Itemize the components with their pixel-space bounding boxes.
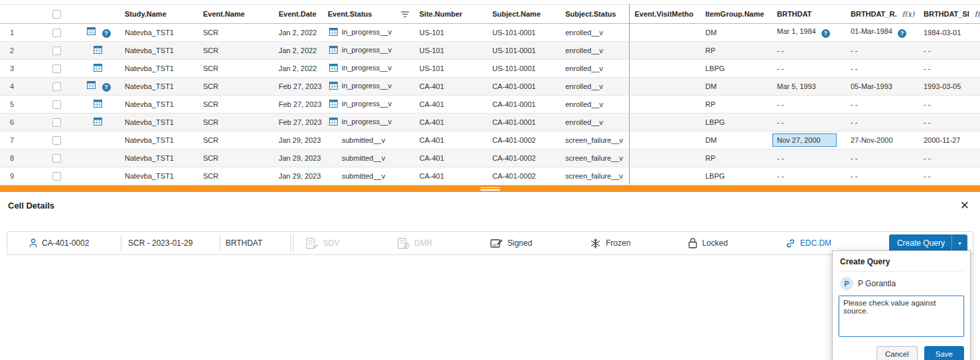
visit-method-cell[interactable]	[629, 42, 700, 60]
event-name-cell[interactable]: SCR	[198, 42, 273, 60]
frozen-status[interactable]: Frozen	[590, 238, 630, 249]
study-name-cell[interactable]: Natevba_TST1	[119, 96, 198, 114]
subject-status-cell[interactable]: enrolled__v	[560, 96, 629, 114]
col-subject-name[interactable]: Subject.Name	[487, 5, 560, 24]
col-event-status[interactable]: Event.Status	[322, 5, 414, 24]
col-site-number[interactable]: Site.Number	[414, 5, 487, 24]
item-group-cell[interactable]: DM	[700, 24, 772, 42]
event-name-cell[interactable]: SCR	[198, 132, 273, 149]
brthdat-r-cell[interactable]: - -	[845, 96, 918, 114]
brthdat-r-cell[interactable]: - -	[845, 42, 918, 60]
query-icon[interactable]: ?	[102, 29, 111, 38]
edc-dm-link[interactable]: EDC.DM	[786, 238, 831, 248]
form-icon[interactable]	[87, 81, 96, 90]
subject-name-cell[interactable]: CA-401-0001	[487, 78, 560, 96]
col-brthdat-si[interactable]: BRTHDAT_SIf(x)	[918, 5, 980, 24]
form-icon[interactable]	[94, 46, 102, 55]
subject-status-cell[interactable]: screen_failure__v	[560, 149, 629, 167]
filter-icon[interactable]	[401, 11, 409, 17]
event-status-cell[interactable]: in_progress__v	[322, 24, 414, 42]
study-name-cell[interactable]: Natevba_TST1	[119, 114, 198, 132]
row-select-cell[interactable]	[36, 114, 76, 132]
item-group-cell[interactable]: RP	[700, 42, 772, 60]
form-icon[interactable]	[329, 28, 338, 37]
event-name-cell[interactable]: SCR	[198, 149, 273, 167]
row-checkbox[interactable]	[52, 100, 61, 109]
brthdat-cell[interactable]: - -	[772, 42, 845, 60]
query-icon[interactable]: ?	[102, 83, 111, 92]
row-select-cell[interactable]	[36, 78, 76, 96]
study-name-cell[interactable]: Natevba_TST1	[119, 78, 198, 96]
event-date-cell[interactable]: Feb 27, 2023	[273, 78, 322, 96]
brthdat-r-cell[interactable]: - -	[845, 149, 918, 167]
brthdat-si-cell[interactable]: 2000-11-27	[918, 132, 980, 149]
row-checkbox[interactable]	[52, 136, 61, 145]
col-event-date[interactable]: Event.Date	[273, 5, 322, 24]
item-group-cell[interactable]: RP	[700, 149, 772, 167]
create-query-button[interactable]: Create Query ▼	[889, 234, 967, 252]
brthdat-si-cell[interactable]: - -	[918, 60, 980, 78]
row-select-cell[interactable]	[36, 132, 76, 149]
form-icon[interactable]	[94, 118, 102, 127]
site-number-cell[interactable]: CA-401	[414, 132, 487, 149]
row-icons-cell[interactable]	[76, 60, 119, 78]
brthdat-cell[interactable]: - -	[772, 114, 845, 132]
table-row[interactable]: 8Natevba_TST1SCRJan 29, 2023submitted__v…	[0, 149, 980, 167]
brthdat-si-cell[interactable]: 1993-03-05	[918, 78, 980, 96]
event-status-cell[interactable]: in_progress__v	[322, 42, 414, 60]
table-row[interactable]: 1?Natevba_TST1SCRJan 2, 2022in_progress_…	[0, 24, 980, 42]
brthdat-si-cell[interactable]: - -	[918, 167, 980, 185]
form-icon[interactable]	[329, 100, 338, 109]
caret-down-icon[interactable]: ▼	[952, 241, 967, 246]
subject-name-cell[interactable]: US-101-0001	[487, 60, 560, 78]
site-number-cell[interactable]: CA-401	[414, 167, 487, 185]
visit-method-cell[interactable]	[629, 149, 700, 167]
event-name-cell[interactable]: SCR	[198, 24, 273, 42]
subject-status-cell[interactable]: screen_failure__v	[560, 167, 629, 185]
event-status-cell[interactable]: submitted__v	[322, 132, 414, 149]
row-select-cell[interactable]	[36, 167, 76, 185]
row-icons-cell[interactable]	[76, 96, 119, 114]
col-item-group[interactable]: ItemGroup.Name	[700, 5, 772, 24]
brthdat-si-cell[interactable]: - -	[918, 149, 980, 167]
item-group-cell[interactable]: RP	[700, 96, 772, 114]
col-study-name[interactable]: Study.Name	[119, 5, 198, 24]
brthdat-cell[interactable]: Mar 5, 1993	[772, 78, 845, 96]
brthdat-si-cell[interactable]: - -	[918, 96, 980, 114]
event-status-cell[interactable]: in_progress__v	[322, 96, 414, 114]
event-status-cell[interactable]: submitted__v	[322, 149, 414, 167]
subject-name-cell[interactable]: CA-401-0001	[487, 96, 560, 114]
form-icon[interactable]	[329, 64, 338, 73]
brthdat-si-cell[interactable]: 1984-03-01	[918, 24, 980, 42]
brthdat-cell[interactable]: - -	[772, 167, 845, 185]
event-status-cell[interactable]: in_progress__v	[322, 60, 414, 78]
brthdat-r-cell[interactable]: 05-Mar-1993	[845, 78, 918, 96]
event-name-cell[interactable]: SCR	[198, 78, 273, 96]
col-subject-status[interactable]: Subject.Status	[560, 5, 629, 24]
study-name-cell[interactable]: Natevba_TST1	[119, 60, 198, 78]
subject-name-cell[interactable]: CA-401-0002	[487, 149, 560, 167]
row-icons-cell[interactable]	[76, 167, 119, 185]
study-name-cell[interactable]: Natevba_TST1	[119, 42, 198, 60]
subject-status-cell[interactable]: enrolled__v	[560, 114, 629, 132]
brthdat-cell[interactable]: - -	[772, 149, 845, 167]
save-button[interactable]: Save	[924, 346, 964, 360]
visit-method-cell[interactable]	[629, 78, 700, 96]
table-row[interactable]: 9Natevba_TST1SCRJan 29, 2023submitted__v…	[0, 167, 980, 185]
brthdat-r-cell[interactable]: - -	[845, 114, 918, 132]
visit-method-cell[interactable]	[629, 60, 700, 78]
event-date-cell[interactable]: Jan 29, 2023	[273, 167, 322, 185]
table-row[interactable]: 2Natevba_TST1SCRJan 2, 2022in_progress__…	[0, 42, 980, 60]
row-checkbox[interactable]	[52, 29, 61, 37]
site-number-cell[interactable]: CA-401	[414, 96, 487, 114]
event-date-cell[interactable]: Feb 27, 2023	[273, 114, 322, 132]
event-date-cell[interactable]: Jan 29, 2023	[273, 132, 322, 149]
form-icon[interactable]	[94, 100, 102, 109]
form-icon[interactable]	[94, 64, 102, 73]
item-group-cell[interactable]: LBPG	[700, 60, 772, 78]
subject-name-cell[interactable]: US-101-0001	[487, 24, 560, 42]
study-name-cell[interactable]: Natevba_TST1	[119, 132, 198, 149]
form-icon[interactable]	[329, 46, 338, 55]
table-row[interactable]: 6Natevba_TST1SCRFeb 27, 2023in_progress_…	[0, 114, 980, 132]
subject-status-cell[interactable]: enrolled__v	[560, 42, 629, 60]
